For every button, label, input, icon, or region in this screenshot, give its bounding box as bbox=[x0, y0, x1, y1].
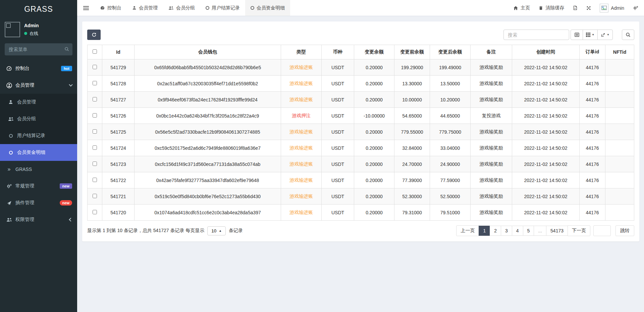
fullscreen-icon[interactable] bbox=[586, 6, 591, 10]
sidebar-search-input[interactable] bbox=[5, 43, 72, 55]
page-button[interactable]: 4 bbox=[512, 226, 523, 236]
next-page-button[interactable]: 下一页 bbox=[568, 225, 590, 236]
page-button[interactable]: 2 bbox=[490, 226, 501, 236]
row-checkbox[interactable] bbox=[93, 194, 97, 198]
page-size-dropdown[interactable]: 10 ▲ bbox=[207, 226, 226, 235]
row-select-cell bbox=[88, 188, 102, 205]
page-jump-input[interactable] bbox=[593, 225, 611, 236]
cell-before: 779.55000 bbox=[394, 124, 430, 140]
cell-remark: 游戏输奖励 bbox=[471, 124, 512, 140]
table-footer: 显示第 1 到第 10 条记录，总共 541727 条记录 每页显示 10 ▲ … bbox=[87, 225, 634, 236]
row-checkbox[interactable] bbox=[93, 145, 97, 150]
cell-type: 游戏输进账 bbox=[281, 156, 322, 172]
cell-remark: 游戏输奖励 bbox=[471, 140, 512, 156]
page-button[interactable]: 54173 bbox=[546, 226, 568, 236]
users-icon bbox=[7, 117, 15, 122]
cell-id: 541726 bbox=[102, 108, 135, 124]
row-checkbox[interactable] bbox=[93, 162, 97, 166]
tab-member-group[interactable]: 会员分组 bbox=[163, 0, 200, 16]
cell-remark: 游戏输奖励 bbox=[471, 156, 512, 172]
cell-remark: 游戏输奖励 bbox=[471, 92, 512, 108]
tab-settlement-record[interactable]: 用户结算记录 bbox=[200, 0, 245, 16]
columns-button[interactable]: ▼ bbox=[583, 30, 598, 40]
member-management-submenu: 会员管理 会员分组 用户结算记录 会员资金明细 bbox=[0, 94, 77, 161]
row-checkbox[interactable] bbox=[93, 97, 97, 101]
toolbar-right: ▼ ▼ bbox=[503, 30, 634, 40]
cell-before: 79.31000 bbox=[394, 205, 430, 221]
pagination: 上一页 12345...54173下一页 bbox=[456, 225, 590, 236]
table-row: 541724 0xc59c520175ed2a6d6c7949fde880601… bbox=[88, 140, 634, 156]
table-row: 541722 0x42ae75fafe9f327775aa33947dfa602… bbox=[88, 172, 634, 188]
cell-type: 游戏押注 bbox=[281, 108, 322, 124]
tab-member-management[interactable]: 会员管理 bbox=[127, 0, 163, 16]
row-checkbox[interactable] bbox=[93, 65, 97, 69]
sidebar-item-grass[interactable]: » GRASS bbox=[0, 161, 77, 178]
sidebar-item-settlement-record[interactable]: 用户结算记录 bbox=[0, 127, 77, 144]
row-select-cell bbox=[88, 124, 102, 140]
table-header-row: Id 会员钱包 类型 币种 变更余额 变更前余额 变更后余额 备注 创建时间 订… bbox=[88, 45, 634, 59]
column-header-change: 变更余额 bbox=[354, 45, 394, 59]
cell-before: 199.29000 bbox=[394, 59, 430, 76]
sidebar-item-auth-management[interactable]: 权限管理 bbox=[0, 211, 77, 228]
sidebar-item-console[interactable]: 控制台 hot bbox=[0, 60, 77, 77]
home-button[interactable]: 主页 bbox=[513, 5, 530, 11]
row-checkbox[interactable] bbox=[93, 81, 97, 85]
page-button[interactable]: 3 bbox=[501, 226, 512, 236]
users-icon bbox=[168, 6, 174, 10]
user-menu[interactable]: Admin bbox=[600, 4, 624, 12]
cell-remark: 游戏输奖励 bbox=[471, 59, 512, 76]
sidebar-item-plugin-management[interactable]: 插件管理 new bbox=[0, 194, 77, 211]
export-icon bbox=[601, 33, 605, 37]
row-checkbox[interactable] bbox=[93, 129, 97, 134]
sidebar-item-member-mgmt[interactable]: 会员管理 bbox=[0, 94, 77, 110]
cell-type: 游戏输进账 bbox=[281, 92, 322, 108]
row-checkbox[interactable] bbox=[93, 113, 97, 118]
tab-label: 会员管理 bbox=[139, 5, 158, 11]
refresh-button[interactable] bbox=[87, 30, 101, 40]
sidebar-item-member-group[interactable]: 会员分组 bbox=[0, 110, 77, 127]
cell-type: 游戏输进账 bbox=[281, 124, 322, 140]
select-all-checkbox[interactable] bbox=[93, 49, 97, 54]
sidebar-item-fund-detail[interactable]: 会员资金明细 bbox=[0, 144, 77, 161]
cell-type: 游戏输进账 bbox=[281, 205, 322, 221]
cell-created: 2022-11-02 14:50:02 bbox=[512, 59, 580, 76]
user-icon bbox=[7, 100, 15, 104]
cell-nft-id bbox=[605, 172, 634, 188]
row-checkbox[interactable] bbox=[93, 210, 97, 214]
cell-nft-id bbox=[605, 76, 634, 92]
cell-type: 游戏输进账 bbox=[281, 59, 322, 76]
cell-currency: USDT bbox=[322, 108, 354, 124]
row-select-cell bbox=[88, 59, 102, 76]
cell-nft-id bbox=[605, 205, 634, 221]
dashboard-icon bbox=[5, 66, 13, 71]
page-button[interactable]: 5 bbox=[523, 226, 534, 236]
sidebar-item-general-management[interactable]: 常规管理 new bbox=[0, 178, 77, 194]
cell-currency: USDT bbox=[322, 76, 354, 92]
table-search-input[interactable] bbox=[503, 30, 569, 40]
tab-label: 会员资金明细 bbox=[257, 5, 285, 11]
export-button[interactable]: ▼ bbox=[597, 30, 613, 40]
tab-console[interactable]: 控制台 bbox=[95, 0, 127, 16]
cell-change: 0.20000 bbox=[354, 59, 394, 76]
app: GRASS Admin 在线 bbox=[0, 0, 644, 312]
row-checkbox[interactable] bbox=[93, 178, 97, 182]
docs-icon[interactable]: A bbox=[573, 5, 578, 10]
toggle-view-button[interactable] bbox=[571, 30, 583, 40]
settings-gears-icon[interactable] bbox=[633, 6, 638, 10]
table-row: 541723 0xcfc156d1f49c371d560eca77131da38… bbox=[88, 156, 634, 172]
cell-change: 0.20000 bbox=[354, 92, 394, 108]
cell-nft-id bbox=[605, 92, 634, 108]
tab-fund-detail[interactable]: 会员资金明细 bbox=[245, 0, 290, 16]
cell-order-id: 44176 bbox=[580, 188, 605, 205]
advanced-search-button[interactable] bbox=[622, 30, 634, 40]
clear-cache-button[interactable]: 清除缓存 bbox=[539, 5, 564, 11]
circle-o-icon bbox=[206, 6, 209, 10]
prev-page-button[interactable]: 上一页 bbox=[456, 225, 479, 236]
topbar-username: Admin bbox=[611, 5, 624, 11]
sidebar-item-member-management[interactable]: 会员管理 bbox=[0, 77, 77, 94]
page-jump-button[interactable]: 跳转 bbox=[615, 225, 634, 236]
cell-created: 2022-11-02 14:50:02 bbox=[512, 76, 580, 92]
hamburger-menu-icon[interactable] bbox=[77, 0, 95, 16]
page-button[interactable]: 1 bbox=[479, 226, 490, 236]
page-button[interactable]: ... bbox=[534, 226, 546, 236]
